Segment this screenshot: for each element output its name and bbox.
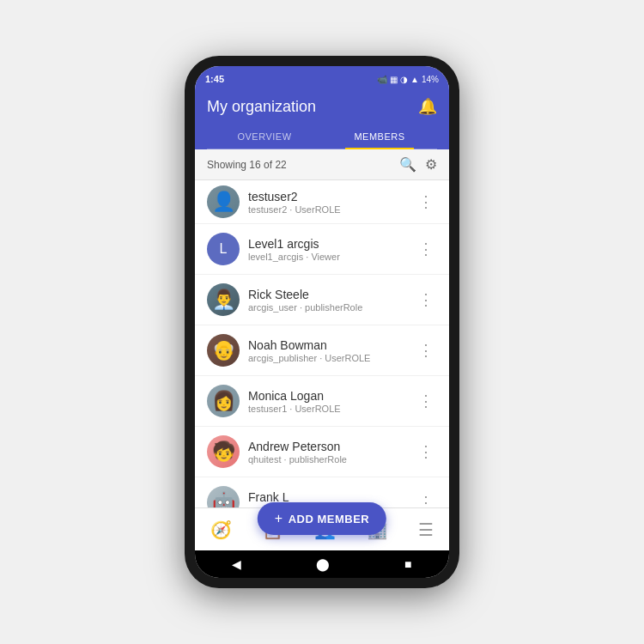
video-icon: 📹 — [377, 75, 387, 84]
tab-bar: OVERVIEW MEMBERS — [207, 125, 437, 149]
tab-members[interactable]: MEMBERS — [322, 125, 437, 149]
phone-screen: 1:45 📹 ▦ ◑ ▲ 14% My organization 🔔 OVERV… — [195, 66, 449, 578]
more-options-button[interactable]: ⋮ — [415, 337, 437, 363]
back-button[interactable]: ◀ — [232, 557, 241, 571]
status-bar: 1:45 📹 ▦ ◑ ▲ 14% — [195, 66, 449, 90]
add-member-label: ADD MEMBER — [289, 513, 370, 526]
battery-text: 14% — [422, 75, 439, 84]
plus-icon: + — [275, 511, 283, 526]
member-info: Level1 arcgis level1_arcgis · Viewer — [248, 237, 406, 262]
search-icon[interactable]: 🔍 — [399, 156, 416, 173]
home-button[interactable]: ⬤ — [316, 557, 330, 571]
avatar: 👴 — [207, 334, 240, 367]
list-item: 🧒 Andrew Peterson qhuitest · publisherRo… — [195, 427, 449, 477]
wifi-icon: ▲ — [410, 75, 419, 84]
member-list: 👤 testuser2 testuser2 · UserROLE ⋮ L — [195, 180, 449, 507]
list-item: 👨‍💼 Rick Steele arcgis_user · publisherR… — [195, 275, 449, 325]
member-name: Andrew Peterson — [248, 440, 406, 453]
phone-device: 1:45 📹 ▦ ◑ ▲ 14% My organization 🔔 OVERV… — [185, 56, 459, 588]
filter-icons: 🔍 ⚙ — [399, 156, 437, 173]
member-name: testuser2 — [248, 190, 406, 204]
more-options-button[interactable]: ⋮ — [415, 388, 437, 414]
member-role: testuser1 · UserROLE — [248, 404, 406, 414]
filter-bar: Showing 16 of 22 🔍 ⚙ — [195, 149, 449, 180]
avatar: 👤 — [207, 185, 240, 218]
more-options-button[interactable]: ⋮ — [415, 189, 437, 215]
avatar: L — [207, 233, 240, 265]
status-time: 1:45 — [205, 74, 224, 84]
member-role: arcgis_publisher · UserROLE — [248, 353, 406, 363]
recents-button[interactable]: ■ — [404, 557, 411, 571]
member-count: Showing 16 of 22 — [207, 159, 287, 171]
member-info: Andrew Peterson qhuitest · publisherRole — [248, 440, 406, 465]
member-name: Monica Logan — [248, 389, 406, 403]
more-options-button[interactable]: ⋮ — [415, 489, 437, 507]
member-role: arcgis_user · publisherRole — [248, 302, 406, 313]
nav-explore-icon[interactable]: 🧭 — [204, 513, 239, 547]
avatar: 👨‍💼 — [207, 283, 240, 316]
avatar: 👩 — [207, 385, 240, 417]
list-item: 👤 testuser2 testuser2 · UserROLE ⋮ — [195, 180, 449, 224]
member-info: Rick Steele arcgis_user · publisherRole — [248, 288, 406, 313]
tab-overview[interactable]: OVERVIEW — [207, 125, 322, 149]
more-options-button[interactable]: ⋮ — [415, 287, 437, 313]
member-name: Level1 arcgis — [248, 237, 406, 251]
list-item: 👩 Monica Logan testuser1 · UserROLE ⋮ — [195, 376, 449, 427]
member-role: qhuitest · publisherRole — [248, 454, 406, 465]
content-area: Showing 16 of 22 🔍 ⚙ 👤 testuser2 testuse… — [195, 149, 449, 507]
member-role: testuser2 · UserROLE — [248, 204, 406, 215]
signal-icon: ▦ — [390, 75, 398, 84]
member-info: testuser2 testuser2 · UserROLE — [248, 190, 406, 215]
member-info: Monica Logan testuser1 · UserROLE — [248, 389, 406, 414]
avatar: 🧒 — [207, 435, 240, 468]
member-info: Noah Bowman arcgis_publisher · UserROLE — [248, 338, 406, 363]
page-title: My organization — [207, 98, 316, 116]
status-icons: 📹 ▦ ◑ ▲ 14% — [377, 75, 439, 84]
add-member-button[interactable]: + ADD MEMBER — [258, 502, 386, 535]
avatar: 🤖 — [207, 486, 240, 507]
brightness-icon: ◑ — [400, 75, 408, 84]
member-role: level1_arcgis · Viewer — [248, 252, 406, 262]
list-item: L Level1 arcgis level1_arcgis · Viewer ⋮ — [195, 224, 449, 275]
list-item: 👴 Noah Bowman arcgis_publisher · UserROL… — [195, 325, 449, 376]
notification-icon[interactable]: 🔔 — [418, 97, 437, 116]
app-header-top: My organization 🔔 — [207, 97, 437, 116]
member-name: Noah Bowman — [248, 338, 406, 352]
nav-menu-icon[interactable]: ☰ — [411, 513, 440, 547]
app-header: My organization 🔔 OVERVIEW MEMBERS — [195, 90, 449, 149]
more-options-button[interactable]: ⋮ — [415, 439, 437, 465]
filter-settings-icon[interactable]: ⚙ — [425, 156, 437, 173]
fab-area: + ADD MEMBER — [258, 502, 386, 535]
system-nav: ◀ ⬤ ■ — [195, 550, 449, 578]
member-name: Rick Steele — [248, 288, 406, 301]
more-options-button[interactable]: ⋮ — [415, 236, 437, 262]
